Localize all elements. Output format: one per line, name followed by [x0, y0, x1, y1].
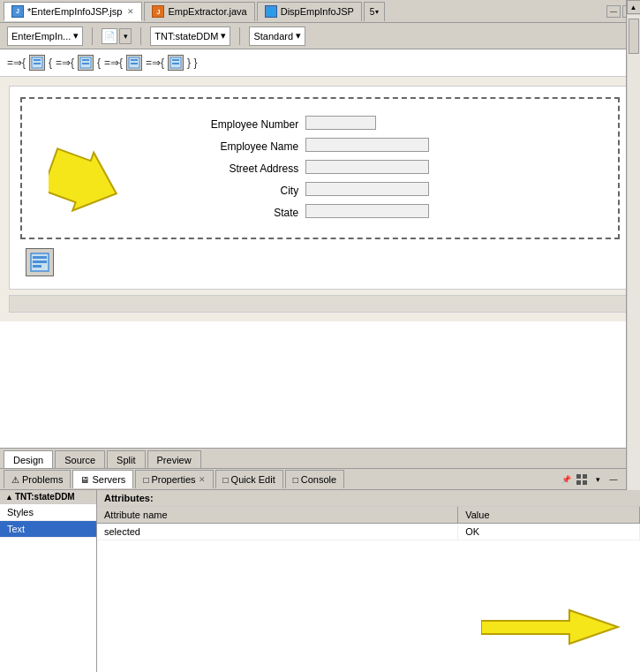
canvas-container: =⇒{ { =⇒{ { =⇒{ =⇒{ [0, 49, 640, 448]
svg-rect-7 [131, 59, 138, 61]
code-sym-1: =⇒{ [7, 57, 26, 69]
panel-tab-problems-label: Problems [22, 474, 63, 485]
table-row: Street Address [207, 157, 433, 179]
tab-design-label: Design [13, 455, 43, 465]
properties-icon: □ [143, 475, 148, 485]
panel-tab-console-label: Console [301, 474, 336, 485]
attributes-label: Attributes: [104, 493, 154, 503]
svg-marker-12 [49, 147, 127, 223]
tab-preview[interactable]: Preview [147, 450, 201, 468]
scroll-thumb[interactable] [629, 49, 639, 54]
toolbar-separator-2 [140, 27, 141, 45]
collapse-arrow-icon[interactable]: ▲ [5, 493, 13, 502]
panel-down-btn[interactable]: ▾ [591, 472, 605, 487]
vertical-scrollbar[interactable]: ▲ ▼ [626, 49, 640, 448]
attributes-header: Attributes: [97, 490, 640, 507]
tab-split-label: Split [117, 455, 135, 465]
code-sym-5: =⇒{ [104, 57, 123, 69]
file-dropdown-btn[interactable]: 📄 [102, 28, 117, 44]
attr-table-row: selected OK [97, 524, 640, 540]
breadcrumb-label: EnterEmpIn... [11, 31, 71, 42]
tab-emp-extractor-java[interactable]: J EmpExtractor.java [144, 2, 254, 21]
panel-grid-btn[interactable] [575, 472, 589, 487]
table-row: City [207, 179, 433, 201]
properties-close-icon[interactable]: ✕ [199, 475, 206, 484]
panel-arrow-indicator [481, 603, 622, 654]
panel-pin-btn[interactable]: 📌 [559, 472, 573, 487]
field-label-street-address: Street Address [207, 157, 302, 179]
jsp-icon-widget[interactable] [26, 248, 54, 276]
svg-rect-15 [33, 260, 47, 263]
svg-rect-8 [131, 63, 138, 64]
java-file-icon: J [152, 5, 164, 18]
code-sym-3: =⇒{ [56, 57, 74, 69]
field-input-employee-name [302, 135, 433, 157]
code-icon-2 [78, 55, 94, 71]
breadcrumb-chevron-icon: ▾ [73, 30, 79, 42]
tab-enter-emp-info-jsp[interactable]: J *EnterEmpInfoJSP.jsp ✕ [4, 2, 142, 21]
tab-label-1: *EnterEmpInfoJSP.jsp [27, 6, 122, 17]
jsp-file-icon: J [11, 5, 24, 18]
code-sym-2: { [49, 57, 52, 69]
code-icon-3 [126, 55, 142, 71]
svg-rect-17 [576, 474, 581, 479]
tab-preview-label: Preview [157, 455, 192, 465]
panel-controls: 📌 ▾ — □ [559, 472, 636, 487]
tab-close-1[interactable]: ✕ [127, 7, 134, 16]
svg-rect-2 [34, 63, 41, 64]
input-employee-name[interactable] [305, 138, 429, 152]
field-label-state: State [207, 201, 302, 223]
view-tabs: Design Source Split Preview [0, 448, 640, 469]
table-row: State [207, 201, 433, 223]
code-sym-6: =⇒{ [146, 57, 164, 69]
code-sym-4: { [97, 57, 101, 69]
field-input-employee-number [302, 113, 433, 135]
panel-right: Attributes: Attribute name Value selecte… [97, 490, 640, 672]
attr-value-ok[interactable]: OK [458, 524, 640, 540]
input-state[interactable] [305, 204, 429, 218]
breadcrumb-dropdown[interactable]: EnterEmpIn... ▾ [7, 26, 83, 46]
window-minimize-btn[interactable]: — [606, 5, 621, 18]
component-name-header: ▲ TNT:stateDDM [0, 490, 96, 504]
panel-content: ▲ TNT:stateDDM Styles Text Attributes: [0, 490, 640, 672]
code-icon-4 [168, 55, 184, 71]
overflow-chevron: ▾ [375, 8, 379, 16]
svg-rect-4 [82, 59, 89, 61]
panel-tab-problems[interactable]: ⚠ Problems [4, 470, 71, 488]
field-label-employee-number: Employee Number [207, 113, 302, 135]
canvas-area[interactable]: Employee Number Employee Name [0, 77, 640, 321]
tnt-state-ddm-dropdown[interactable]: TNT:stateDDM ▾ [150, 26, 230, 46]
field-input-city [302, 179, 433, 201]
svg-rect-10 [172, 59, 179, 61]
panel-tab-servers[interactable]: 🖥 Servers [72, 470, 133, 488]
panel-minimize-btn[interactable]: — [606, 472, 621, 487]
big-arrow-indicator [49, 147, 146, 229]
svg-rect-5 [82, 63, 89, 64]
tab-design[interactable]: Design [4, 450, 53, 468]
tab-source[interactable]: Source [55, 450, 105, 468]
panel-tab-properties[interactable]: □ Properties ✕ [135, 470, 213, 488]
input-city[interactable] [305, 182, 429, 196]
file-dropdown-arrow[interactable]: ▾ [119, 28, 132, 44]
panel-tab-servers-label: Servers [92, 474, 125, 485]
component-name-label: TNT:stateDDM [15, 492, 75, 502]
scroll-track[interactable] [628, 49, 640, 448]
input-street-address[interactable] [305, 160, 429, 174]
panel-tab-console[interactable]: □ Console [285, 470, 344, 488]
tnt-dropdown-chevron-icon: ▾ [221, 30, 226, 42]
panel-left-item-styles[interactable]: Styles [0, 504, 96, 521]
input-employee-number[interactable] [305, 116, 376, 130]
panel-tab-quick-edit[interactable]: □ Quick Edit [215, 470, 283, 488]
standard-dropdown[interactable]: Standard ▾ [249, 26, 305, 46]
styles-label: Styles [7, 507, 34, 517]
attributes-table: Attribute name Value selected OK [97, 507, 640, 540]
attr-name-selected[interactable]: selected [97, 524, 458, 540]
table-row: Employee Name [207, 135, 433, 157]
panel-left-item-text[interactable]: Text [0, 521, 96, 538]
canvas-inner: Employee Number Employee Name [9, 86, 631, 290]
tab-overflow-btn[interactable]: 5 ▾ [364, 2, 386, 21]
tab-disp-emp-info-jsp[interactable]: 🌐 DispEmpInfoJSP [257, 2, 362, 21]
toolbar: EnterEmpIn... ▾ 📄 ▾ TNT:stateDDM ▾ Stand… [0, 23, 640, 49]
tab-split[interactable]: Split [107, 450, 145, 468]
file-action-group: 📄 ▾ [102, 28, 132, 44]
